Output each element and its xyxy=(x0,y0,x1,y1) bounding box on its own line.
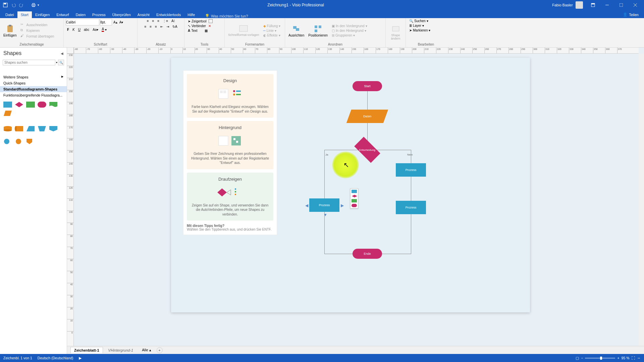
group-shapestyle: Formenarten xyxy=(227,42,283,47)
group-button[interactable]: ⊞Gruppieren ▾ xyxy=(330,33,369,38)
scissors-icon: ✂ xyxy=(20,22,25,27)
svg-rect-18 xyxy=(315,29,317,32)
tab-ansicht[interactable]: Ansicht xyxy=(134,11,153,18)
italic-button[interactable]: K xyxy=(71,27,76,32)
line-button[interactable]: ─Linie ▾ xyxy=(262,28,282,33)
save-icon[interactable] xyxy=(2,2,9,8)
redo-icon[interactable] xyxy=(18,2,25,8)
select-icon: ➤ xyxy=(409,28,412,32)
window-title: Zeichnung1 - Visio Professional xyxy=(39,3,552,7)
tab-hilfe[interactable]: Hilfe xyxy=(184,11,198,18)
back-icon: ▢ xyxy=(332,29,335,33)
svg-rect-12 xyxy=(9,25,11,26)
cut-button[interactable]: ✂Ausschneiden xyxy=(19,22,55,27)
shrink-font-button[interactable]: A▾ xyxy=(119,19,124,25)
tab-einfuegen[interactable]: Einfügen xyxy=(32,11,53,18)
brush-icon: 🖌 xyxy=(20,34,25,39)
svg-rect-6 xyxy=(591,3,595,4)
connector-tool-button[interactable]: ⤡Verbinder✕ xyxy=(186,24,222,28)
position-button[interactable]: Positionieren xyxy=(307,23,329,38)
print-icon[interactable] xyxy=(30,2,37,8)
user-name: Fabio Basler xyxy=(552,3,573,7)
align-center-button[interactable]: ≡ xyxy=(148,24,153,29)
layer-icon: ≣ xyxy=(409,24,412,27)
tab-entwicklertools[interactable]: Entwicklertools xyxy=(153,11,184,18)
effects-button[interactable]: ◐Effekte ▾ xyxy=(262,33,282,38)
align-bottom-button[interactable]: ≡ xyxy=(156,19,161,23)
svg-rect-16 xyxy=(315,25,317,28)
grow-font-button[interactable]: A▴ xyxy=(113,19,118,25)
change-shape-button[interactable]: Shape ändern xyxy=(388,24,404,41)
connector-icon: ⤡ xyxy=(188,24,191,28)
svg-rect-15 xyxy=(296,28,299,31)
svg-rect-8 xyxy=(620,3,623,7)
text-icon: A xyxy=(188,29,190,33)
layer-button[interactable]: ≣Layer ▾ xyxy=(408,23,444,28)
group-clipboard: Zwischenablage xyxy=(2,42,61,47)
rotate-text-button[interactable]: ↻A xyxy=(171,24,179,29)
tab-daten[interactable]: Daten xyxy=(72,11,89,18)
avatar[interactable] xyxy=(576,1,583,9)
tell-me[interactable]: 💡 Was möchten Sie tun? xyxy=(205,14,248,18)
title-bar: ▾ Zeichnung1 - Visio Professional Fabio … xyxy=(0,0,644,10)
align-button[interactable]: Ausrichten xyxy=(287,23,306,38)
tab-start[interactable]: Start xyxy=(17,11,32,18)
minimize-icon[interactable] xyxy=(600,0,614,10)
tab-ueberpruefen[interactable]: Überprüfen xyxy=(109,11,134,18)
svg-rect-19 xyxy=(392,26,399,31)
tab-prozess[interactable]: Prozess xyxy=(89,11,109,18)
strike-button[interactable]: abc xyxy=(83,27,91,32)
font-size-select[interactable] xyxy=(100,19,112,25)
lightbulb-icon: 💡 xyxy=(205,14,210,18)
undo-icon[interactable] xyxy=(10,2,17,8)
font-name-select[interactable] xyxy=(66,19,99,25)
align-middle-button[interactable]: ≡ xyxy=(151,19,155,23)
copy-button[interactable]: ⧉Kopieren xyxy=(19,28,55,33)
effects-icon: ◐ xyxy=(263,34,266,37)
underline-button[interactable]: U xyxy=(77,27,82,32)
line-icon: ─ xyxy=(263,29,266,33)
bring-front-button[interactable]: ▣In den Vordergrund ▾ xyxy=(330,24,369,28)
search-icon: 🔍 xyxy=(409,19,413,23)
pointer-icon: ➤ xyxy=(188,19,191,23)
font-color-button[interactable]: A▾ xyxy=(100,27,108,32)
clear-format-button[interactable]: A⃠ xyxy=(170,19,176,23)
share-icon: 👤 xyxy=(623,12,628,17)
close-icon[interactable] xyxy=(629,0,642,10)
case-button[interactable]: Aa▾ xyxy=(91,27,100,32)
front-icon: ▣ xyxy=(332,24,335,28)
pointer-tool-button[interactable]: ➤Zeigertool xyxy=(186,19,222,23)
align-top-button[interactable]: ≡ xyxy=(146,19,150,23)
align-left-button[interactable]: ≡ xyxy=(143,24,148,29)
ribbon-display-icon[interactable] xyxy=(586,0,600,10)
text-tool-button[interactable]: AText▦ xyxy=(186,28,222,33)
paste-button[interactable]: Einfügen xyxy=(2,23,18,38)
ribbon-tabs: Datei Start Einfügen Entwurf Daten Proze… xyxy=(0,10,644,18)
share-button[interactable]: 👤 Teilen xyxy=(620,11,642,18)
svg-rect-1 xyxy=(4,3,6,4)
select-button[interactable]: ➤Markieren ▾ xyxy=(408,28,444,33)
align-right-button[interactable]: ≡ xyxy=(154,24,158,29)
group-arrange: Anordnen xyxy=(287,42,383,47)
tab-entwurf[interactable]: Entwurf xyxy=(53,11,72,18)
quick-styles-button[interactable]: Schnellformat-vorlagen xyxy=(227,23,261,38)
indent-inc-button[interactable]: ⇥ xyxy=(165,24,170,29)
bold-button[interactable]: F xyxy=(66,27,70,32)
fill-icon: ◆ xyxy=(263,24,266,28)
bullets-button[interactable]: ⋮≡ xyxy=(161,19,169,23)
send-back-button[interactable]: ▢In den Hintergrund ▾ xyxy=(330,28,369,33)
svg-rect-13 xyxy=(239,25,248,32)
svg-rect-17 xyxy=(319,25,321,28)
position-icon xyxy=(313,24,323,34)
tab-datei[interactable]: Datei xyxy=(2,11,17,18)
change-shape-icon xyxy=(391,24,400,34)
find-button[interactable]: 🔍Suchen ▾ xyxy=(408,19,444,23)
maximize-icon[interactable] xyxy=(614,0,628,10)
group-paragraph: Absatz xyxy=(140,42,182,47)
group-edit: Bearbeiten xyxy=(408,42,444,47)
ribbon: Einfügen ✂Ausschneiden ⧉Kopieren 🖌Format… xyxy=(0,18,644,48)
format-painter-button[interactable]: 🖌Format übertragen xyxy=(19,34,55,39)
fill-button[interactable]: ◆Füllung ▾ xyxy=(262,24,282,28)
indent-dec-button[interactable]: ⇤ xyxy=(159,24,164,29)
quickstyle-icon xyxy=(239,24,248,34)
